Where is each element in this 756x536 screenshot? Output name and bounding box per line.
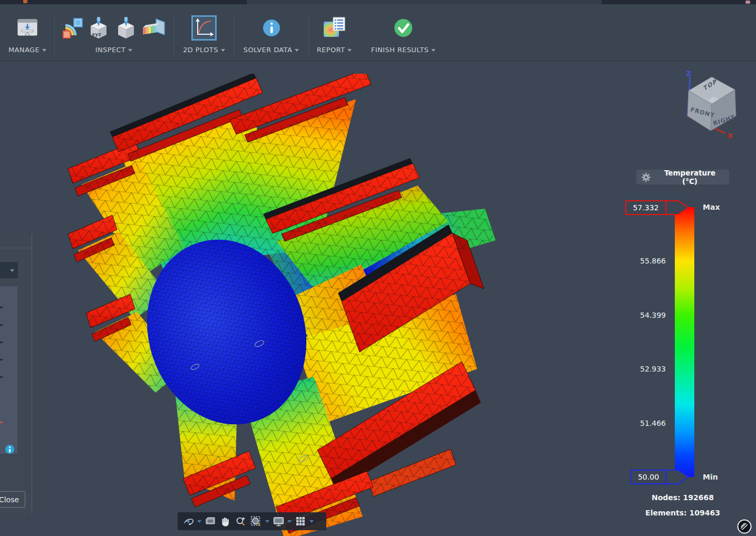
chevron-down-icon (347, 49, 352, 52)
toolbar-group-2d-plots[interactable]: 2D PLOTS (178, 4, 230, 61)
list-item-bullet (0, 324, 3, 326)
ribbon-toolbar: MANAGE xyz (0, 4, 756, 61)
2d-plots-label: 2D PLOTS (183, 46, 218, 54)
mesh-stats: Nodes: 192668 Elements: 109463 (627, 493, 738, 524)
manage-label: MANAGE (8, 46, 40, 54)
toolbar-divider (234, 14, 234, 57)
dialog-dropdown[interactable] (0, 262, 18, 278)
manage-simplify-icon[interactable] (16, 16, 39, 40)
orbit-button[interactable] (181, 514, 195, 529)
list-item-bullet (0, 342, 3, 343)
toolbar-group-inspect[interactable]: xyz INSPECT (58, 4, 170, 61)
legend-min-label: Min (703, 473, 718, 481)
view-navigation-toolbar (178, 512, 326, 530)
info-icon[interactable] (5, 445, 14, 454)
legend-max-label: Max (703, 203, 720, 211)
display-options-caret[interactable] (287, 520, 292, 523)
legend-max-input[interactable]: 57.332 (625, 200, 666, 215)
report-label: REPORT (317, 46, 345, 54)
toolbar-group-solver-data[interactable]: SOLVER DATA (238, 4, 304, 61)
legend-max-pointer[interactable] (665, 200, 690, 216)
nodes-count: Nodes: 192668 (627, 493, 738, 502)
inspect-legend-icon[interactable] (62, 17, 83, 38)
probe-xyz-text: xyz (92, 31, 101, 37)
finish-results-check-icon[interactable] (393, 17, 414, 38)
inspect-surface-probe-icon[interactable] (114, 17, 138, 39)
window-zoom-options-caret[interactable] (265, 520, 269, 523)
look-at-button[interactable] (203, 514, 217, 529)
toolbar-divider (54, 14, 55, 57)
title-strip-right (602, 0, 756, 4)
3d-thermal-model-viewport[interactable] (11, 74, 496, 536)
dialog-list[interactable] (0, 286, 17, 454)
results-dialog-panel: Close (0, 234, 32, 514)
mesh-model[interactable] (11, 74, 496, 536)
gear-icon[interactable] (642, 173, 651, 182)
chevron-down-icon (10, 269, 14, 272)
dialog-title-bar (0, 234, 32, 248)
toolbar-group-manage[interactable]: MANAGE (5, 4, 50, 61)
legend-tick: 54.399 (622, 311, 666, 319)
finish-results-label: FINISH RESULTS (371, 46, 429, 54)
grid-options-caret[interactable] (309, 520, 314, 523)
legend-color-bar (675, 207, 694, 477)
close-button[interactable]: Close (0, 491, 25, 508)
list-item-bullet (0, 307, 3, 308)
legend-min-input[interactable]: 50.00 (631, 470, 666, 484)
chevron-down-icon (128, 49, 132, 52)
toolbar-group-report[interactable]: REPORT (313, 4, 355, 61)
z-axis-label: Z (686, 70, 691, 77)
toolbar-divider (308, 14, 309, 57)
app-logo-sliver (23, 0, 27, 3)
elements-count: Elements: 109463 (627, 509, 738, 517)
solver-data-label: SOLVER DATA (244, 46, 292, 54)
view-cube[interactable]: TOP FRONT RIGHT Z X (681, 70, 744, 139)
list-item-marker (0, 422, 3, 423)
title-strip-left (0, 0, 247, 4)
chevron-down-icon (221, 49, 225, 52)
legend-tick: 52.933 (622, 365, 666, 373)
legend-header: Temperature (°C) (636, 170, 729, 184)
grid-button[interactable] (294, 514, 307, 529)
legend-tick: 51.466 (622, 419, 666, 427)
solver-data-info-icon[interactable] (261, 17, 282, 38)
legend-title: Temperature (°C) (656, 169, 724, 186)
list-item-bullet (0, 359, 3, 360)
zoom-button[interactable] (234, 514, 248, 529)
chevron-down-icon (295, 49, 299, 52)
window-zoom-button[interactable] (249, 514, 263, 529)
inspect-point-probe-icon[interactable]: xyz (86, 17, 111, 39)
list-item-bullet (0, 376, 3, 378)
inspect-label: INSPECT (95, 46, 126, 54)
display-settings-button[interactable] (272, 514, 285, 529)
pan-button[interactable] (219, 514, 232, 529)
orbit-options-caret[interactable] (197, 520, 201, 523)
x-axis-label: X (728, 132, 733, 139)
legend-min-pointer[interactable] (665, 469, 690, 485)
toolbar-divider (174, 14, 175, 57)
chevron-down-icon (431, 49, 435, 52)
window-title-strip (0, 0, 756, 4)
toolbar-group-finish-results[interactable]: FINISH RESULTS (364, 4, 443, 61)
report-icon[interactable] (323, 17, 346, 39)
legend-tick: 55.866 (622, 257, 666, 265)
feedback-pencil-icon[interactable] (736, 519, 752, 534)
fusion-simulation-results-window: { "toolbar": { "groups": [ { "label": "M… (0, 0, 756, 536)
avatar-sliver (745, 1, 750, 4)
2d-plots-icon[interactable] (192, 16, 216, 40)
inspect-slice-plane-icon[interactable] (141, 17, 166, 38)
chevron-down-icon (42, 49, 46, 52)
